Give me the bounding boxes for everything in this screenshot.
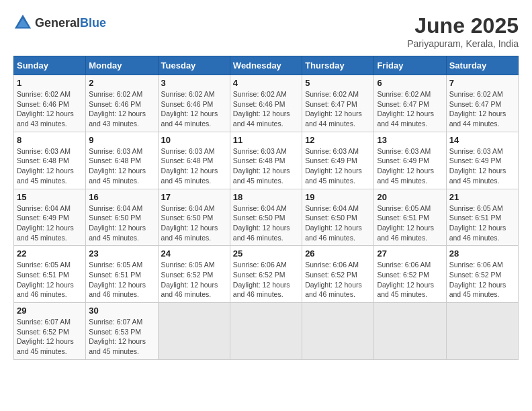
day-cell: 3Sunrise: 6:02 AMSunset: 6:46 PMDaylight… — [158, 75, 230, 132]
day-cell: 23Sunrise: 6:05 AMSunset: 6:51 PMDayligh… — [86, 246, 158, 303]
day-detail: Sunrise: 6:06 AMSunset: 6:52 PMDaylight:… — [449, 260, 515, 300]
day-cell: 9Sunrise: 6:03 AMSunset: 6:48 PMDaylight… — [86, 132, 158, 189]
day-cell: 26Sunrise: 6:06 AMSunset: 6:52 PMDayligh… — [302, 246, 374, 303]
day-cell: 18Sunrise: 6:04 AMSunset: 6:50 PMDayligh… — [230, 189, 302, 246]
day-cell: 4Sunrise: 6:02 AMSunset: 6:46 PMDaylight… — [230, 75, 302, 132]
day-cell: 5Sunrise: 6:02 AMSunset: 6:47 PMDaylight… — [302, 75, 374, 132]
day-number: 22 — [17, 248, 83, 259]
day-cell: 7Sunrise: 6:02 AMSunset: 6:47 PMDaylight… — [446, 75, 518, 132]
day-number: 17 — [161, 192, 227, 202]
day-number: 13 — [377, 135, 443, 145]
day-number: 7 — [449, 78, 515, 88]
day-cell: 12Sunrise: 6:03 AMSunset: 6:49 PMDayligh… — [302, 132, 374, 189]
day-detail: Sunrise: 6:04 AMSunset: 6:50 PMDaylight:… — [89, 203, 154, 243]
day-cell: 22Sunrise: 6:05 AMSunset: 6:51 PMDayligh… — [14, 246, 86, 303]
header-row: Sunday Monday Tuesday Wednesday Thursday… — [14, 56, 519, 75]
day-number: 24 — [161, 248, 227, 259]
day-detail: Sunrise: 6:02 AMSunset: 6:46 PMDaylight:… — [233, 89, 299, 129]
calendar-subtitle: Pariyapuram, Kerala, India — [407, 38, 519, 49]
day-detail: Sunrise: 6:02 AMSunset: 6:47 PMDaylight:… — [449, 89, 515, 129]
day-number: 28 — [449, 248, 515, 259]
day-number: 9 — [89, 135, 154, 145]
day-detail: Sunrise: 6:06 AMSunset: 6:52 PMDaylight:… — [377, 260, 443, 300]
day-number: 12 — [305, 135, 371, 145]
day-number: 11 — [233, 135, 299, 145]
day-number: 19 — [305, 192, 371, 202]
day-cell: 8Sunrise: 6:03 AMSunset: 6:48 PMDaylight… — [14, 132, 86, 189]
day-detail: Sunrise: 6:03 AMSunset: 6:49 PMDaylight:… — [377, 146, 443, 186]
day-number: 1 — [17, 78, 83, 88]
day-cell: 28Sunrise: 6:06 AMSunset: 6:52 PMDayligh… — [446, 246, 518, 303]
day-detail: Sunrise: 6:04 AMSunset: 6:50 PMDaylight:… — [305, 203, 371, 243]
day-detail: Sunrise: 6:06 AMSunset: 6:52 PMDaylight:… — [233, 260, 299, 300]
day-number: 10 — [161, 135, 227, 145]
day-cell: 16Sunrise: 6:04 AMSunset: 6:50 PMDayligh… — [86, 189, 158, 246]
day-detail: Sunrise: 6:07 AMSunset: 6:53 PMDaylight:… — [89, 317, 154, 357]
day-detail: Sunrise: 6:02 AMSunset: 6:46 PMDaylight:… — [89, 89, 154, 129]
day-number: 27 — [377, 248, 443, 259]
day-number: 29 — [17, 306, 83, 316]
day-cell: 13Sunrise: 6:03 AMSunset: 6:49 PMDayligh… — [374, 132, 446, 189]
day-cell: 17Sunrise: 6:04 AMSunset: 6:50 PMDayligh… — [158, 189, 230, 246]
day-number: 25 — [233, 248, 299, 259]
day-number: 26 — [305, 248, 371, 259]
header-sunday: Sunday — [14, 56, 86, 75]
day-cell: 10Sunrise: 6:03 AMSunset: 6:48 PMDayligh… — [158, 132, 230, 189]
day-number: 16 — [89, 192, 154, 202]
page-header: GeneralBlue June 2025 Pariyapuram, Keral… — [13, 13, 519, 49]
day-number: 5 — [305, 78, 371, 88]
empty-cell — [302, 303, 374, 360]
header-saturday: Saturday — [446, 56, 518, 75]
day-cell: 24Sunrise: 6:05 AMSunset: 6:52 PMDayligh… — [158, 246, 230, 303]
week-row: 8Sunrise: 6:03 AMSunset: 6:48 PMDaylight… — [14, 132, 519, 189]
day-detail: Sunrise: 6:03 AMSunset: 6:48 PMDaylight:… — [161, 146, 227, 186]
logo: GeneralBlue — [13, 13, 106, 32]
day-number: 21 — [449, 192, 515, 202]
day-detail: Sunrise: 6:03 AMSunset: 6:49 PMDaylight:… — [449, 146, 515, 186]
calendar-table: Sunday Monday Tuesday Wednesday Thursday… — [13, 56, 519, 360]
day-detail: Sunrise: 6:04 AMSunset: 6:50 PMDaylight:… — [161, 203, 227, 243]
day-number: 14 — [449, 135, 515, 145]
day-number: 8 — [17, 135, 83, 145]
day-number: 15 — [17, 192, 83, 202]
day-detail: Sunrise: 6:04 AMSunset: 6:49 PMDaylight:… — [17, 203, 83, 243]
day-cell: 14Sunrise: 6:03 AMSunset: 6:49 PMDayligh… — [446, 132, 518, 189]
week-row: 22Sunrise: 6:05 AMSunset: 6:51 PMDayligh… — [14, 246, 519, 303]
week-row: 15Sunrise: 6:04 AMSunset: 6:49 PMDayligh… — [14, 189, 519, 246]
day-cell: 20Sunrise: 6:05 AMSunset: 6:51 PMDayligh… — [374, 189, 446, 246]
day-detail: Sunrise: 6:03 AMSunset: 6:49 PMDaylight:… — [305, 146, 371, 186]
day-cell: 19Sunrise: 6:04 AMSunset: 6:50 PMDayligh… — [302, 189, 374, 246]
day-cell: 1Sunrise: 6:02 AMSunset: 6:46 PMDaylight… — [14, 75, 86, 132]
day-cell: 15Sunrise: 6:04 AMSunset: 6:49 PMDayligh… — [14, 189, 86, 246]
day-detail: Sunrise: 6:04 AMSunset: 6:50 PMDaylight:… — [233, 203, 299, 243]
header-monday: Monday — [86, 56, 158, 75]
day-cell: 29Sunrise: 6:07 AMSunset: 6:52 PMDayligh… — [14, 303, 86, 360]
day-number: 20 — [377, 192, 443, 202]
day-number: 3 — [161, 78, 227, 88]
empty-cell — [374, 303, 446, 360]
header-friday: Friday — [374, 56, 446, 75]
day-number: 23 — [89, 248, 154, 259]
day-cell: 21Sunrise: 6:05 AMSunset: 6:51 PMDayligh… — [446, 189, 518, 246]
day-number: 2 — [89, 78, 154, 88]
title-block: June 2025 Pariyapuram, Kerala, India — [407, 13, 519, 49]
empty-cell — [158, 303, 230, 360]
day-detail: Sunrise: 6:05 AMSunset: 6:51 PMDaylight:… — [377, 203, 443, 243]
day-number: 6 — [377, 78, 443, 88]
day-detail: Sunrise: 6:02 AMSunset: 6:46 PMDaylight:… — [161, 89, 227, 129]
day-cell: 2Sunrise: 6:02 AMSunset: 6:46 PMDaylight… — [86, 75, 158, 132]
day-detail: Sunrise: 6:02 AMSunset: 6:46 PMDaylight:… — [17, 89, 83, 129]
day-detail: Sunrise: 6:06 AMSunset: 6:52 PMDaylight:… — [305, 260, 371, 300]
day-number: 4 — [233, 78, 299, 88]
logo-icon — [13, 13, 32, 32]
header-wednesday: Wednesday — [230, 56, 302, 75]
day-detail: Sunrise: 6:05 AMSunset: 6:52 PMDaylight:… — [161, 260, 227, 300]
logo-text-general: General — [35, 16, 80, 30]
day-detail: Sunrise: 6:03 AMSunset: 6:48 PMDaylight:… — [17, 146, 83, 186]
empty-cell — [446, 303, 518, 360]
week-row: 29Sunrise: 6:07 AMSunset: 6:52 PMDayligh… — [14, 303, 519, 360]
day-detail: Sunrise: 6:02 AMSunset: 6:47 PMDaylight:… — [377, 89, 443, 129]
day-cell: 6Sunrise: 6:02 AMSunset: 6:47 PMDaylight… — [374, 75, 446, 132]
day-detail: Sunrise: 6:05 AMSunset: 6:51 PMDaylight:… — [89, 260, 154, 300]
day-cell: 30Sunrise: 6:07 AMSunset: 6:53 PMDayligh… — [86, 303, 158, 360]
